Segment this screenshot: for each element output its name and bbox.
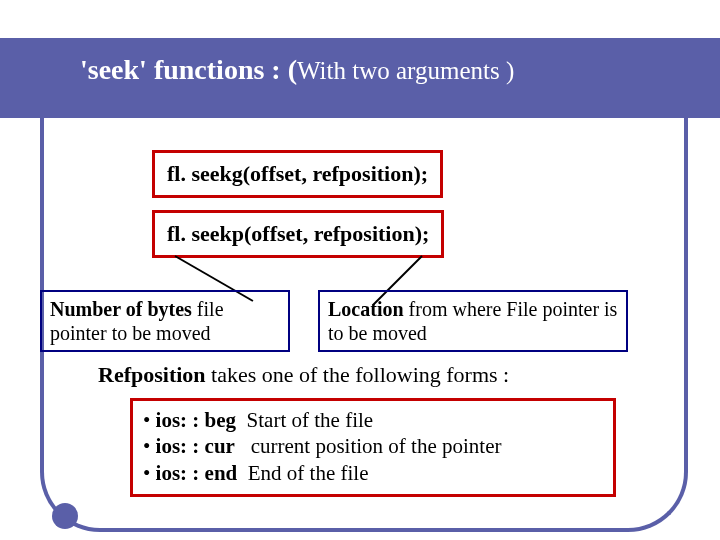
ios-key: ios: : cur <box>156 434 235 458</box>
refpos-rest: takes one of the following forms : <box>206 362 510 387</box>
ios-desc: Start of the file <box>236 408 373 432</box>
bullet-icon: • <box>143 461 156 485</box>
code-text: fl. seekg(offset, refposition); <box>167 161 428 186</box>
callout-bold: Location <box>328 298 404 320</box>
slide-title: 'seek' functions : (With two arguments ) <box>80 54 514 86</box>
ios-row-beg: • ios: : beg Start of the file <box>143 407 603 433</box>
title-main: 'seek' functions : ( <box>80 54 297 85</box>
code-box-seekg: fl. seekg(offset, refposition); <box>152 150 443 198</box>
refpos-bold: Refposition <box>98 362 206 387</box>
ios-desc: End of the file <box>237 461 368 485</box>
callout-refposition: Location from where File pointer is to b… <box>318 290 628 352</box>
title-sub: With two arguments ) <box>297 57 514 84</box>
code-text: fl. seekp(offset, refposition); <box>167 221 429 246</box>
ios-values-box: • ios: : beg Start of the file • ios: : … <box>130 398 616 497</box>
code-box-seekp: fl. seekp(offset, refposition); <box>152 210 444 258</box>
ios-desc: current position of the pointer <box>235 434 502 458</box>
bullet-icon: • <box>143 408 156 432</box>
corner-dot-icon <box>52 503 78 529</box>
callout-bold: Number of bytes <box>50 298 192 320</box>
callout-offset: Number of bytes file pointer to be moved <box>40 290 290 352</box>
ios-key: ios: : end <box>156 461 238 485</box>
ios-row-end: • ios: : end End of the file <box>143 460 603 486</box>
refposition-text: Refposition takes one of the following f… <box>98 362 509 388</box>
bullet-icon: • <box>143 434 156 458</box>
ios-key: ios: : beg <box>156 408 237 432</box>
ios-row-cur: • ios: : cur current position of the poi… <box>143 433 603 459</box>
